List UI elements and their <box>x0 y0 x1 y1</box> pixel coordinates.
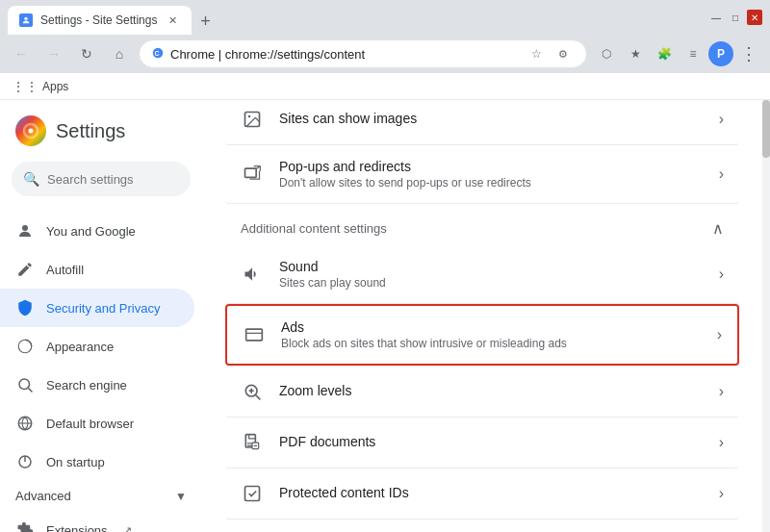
item-text: Ads Block ads on sites that show intrusi… <box>281 319 702 350</box>
ads-item[interactable]: Ads Block ads on sites that show intrusi… <box>225 304 739 366</box>
cast-button[interactable]: ⬡ <box>593 40 620 67</box>
protected-content-item[interactable]: Protected content IDs › <box>225 469 739 519</box>
url-actions: ☆ ⚙ <box>525 42 575 65</box>
settings-title: Settings <box>56 120 125 142</box>
svg-rect-32 <box>245 487 260 501</box>
forward-button[interactable]: → <box>40 40 67 67</box>
maximize-button[interactable]: □ <box>728 10 743 25</box>
item-text: PDF documents <box>279 434 704 451</box>
extensions-button[interactable]: 🧩 <box>651 40 678 67</box>
new-tab-button[interactable]: + <box>192 8 218 35</box>
sidebar-item-label: You and Google <box>46 224 136 239</box>
svg-text:C: C <box>155 49 160 56</box>
item-title: Pop-ups and redirects <box>279 159 704 174</box>
external-link-icon: ↗ <box>123 524 132 533</box>
sidebar-item-default-browser[interactable]: Default browser <box>0 404 194 443</box>
minimize-button[interactable]: — <box>708 10 724 25</box>
content-inner: Sites can show images › Pop-ups and redi… <box>202 100 762 532</box>
pdf-documents-item[interactable]: PDF documents › <box>225 418 739 469</box>
sites-show-images-item[interactable]: Sites can show images › <box>225 100 739 145</box>
popups-icon <box>241 163 264 186</box>
apps-label[interactable]: Apps <box>42 80 68 93</box>
settings-header: Settings <box>0 115 202 162</box>
arrow-icon: › <box>719 111 724 128</box>
url-bar[interactable]: C Chrome | chrome://settings/content ☆ ⚙ <box>139 39 587 68</box>
sound-item[interactable]: Sound Sites can play sound › <box>225 245 739 304</box>
svg-point-3 <box>29 129 34 134</box>
item-subtitle: Block ads on sites that show intrusive o… <box>281 337 702 350</box>
section-header-label: Additional content settings <box>241 221 387 236</box>
sidebar-item-on-startup[interactable]: On startup <box>0 443 194 481</box>
bookmark-icon[interactable]: ☆ <box>525 42 548 65</box>
insecure-content-item[interactable]: Insecure content Insecure content is blo… <box>225 519 739 532</box>
home-button[interactable]: ⌂ <box>106 40 133 67</box>
sidebar-item-label: Extensions <box>46 523 108 533</box>
item-title: Zoom levels <box>279 383 704 398</box>
back-button[interactable]: ← <box>8 40 35 67</box>
item-title: PDF documents <box>279 434 704 449</box>
sidebar-item-appearance[interactable]: Appearance <box>0 327 194 366</box>
svg-point-0 <box>24 17 27 20</box>
browser-frame: Settings - Site Settings ✕ + — □ ✕ ← → ↻… <box>0 0 770 532</box>
item-title: Protected content IDs <box>279 485 704 500</box>
scrollbar-thumb[interactable] <box>762 100 770 158</box>
sidebar-item-you-google[interactable]: You and Google <box>0 212 194 250</box>
tab-favicon <box>19 13 33 27</box>
bookmarks-bar: ⋮⋮ Apps <box>0 73 770 100</box>
extensions-icon <box>15 520 35 532</box>
ads-icon <box>243 323 266 346</box>
sidebar-item-autofill[interactable]: Autofill <box>0 250 194 289</box>
search-box[interactable]: 🔍 <box>12 162 191 196</box>
svg-point-4 <box>22 225 28 231</box>
title-bar: Settings - Site Settings ✕ + — □ ✕ <box>0 0 770 35</box>
sidebar-item-extensions[interactable]: Extensions ↗ <box>0 511 194 532</box>
close-button[interactable]: ✕ <box>747 10 762 25</box>
svg-line-24 <box>256 395 261 400</box>
security-icon: C <box>151 46 165 63</box>
active-tab[interactable]: Settings - Site Settings ✕ <box>8 6 192 35</box>
window-controls: — □ ✕ <box>708 10 762 25</box>
item-subtitle: Don't allow sites to send pop-ups or use… <box>279 176 704 190</box>
address-bar: ← → ↻ ⌂ C Chrome | chrome://settings/con… <box>0 35 770 73</box>
sidebar: Settings 🔍 You and Google Autofill <box>0 100 202 532</box>
settings-logo <box>15 115 46 146</box>
search-input[interactable] <box>47 172 202 187</box>
arrow-icon: › <box>719 485 724 502</box>
toolbar-right: ⬡ ★ 🧩 ≡ P ⋮ <box>593 40 762 67</box>
profile-button[interactable]: ★ <box>622 40 649 67</box>
main-content: Settings 🔍 You and Google Autofill <box>0 100 770 532</box>
search-icon: 🔍 <box>23 171 39 187</box>
autofill-icon <box>15 260 35 279</box>
you-google-icon <box>15 221 35 241</box>
sidebar-item-security-privacy[interactable]: Security and Privacy <box>0 289 194 327</box>
item-text: Sound Sites can play sound <box>279 259 704 290</box>
item-subtitle: Sites can play sound <box>279 276 704 290</box>
collapse-button[interactable]: ∧ <box>712 219 724 238</box>
svg-point-16 <box>248 115 251 118</box>
scrollbar[interactable] <box>762 100 770 532</box>
advanced-section[interactable]: Advanced ▼ <box>0 481 202 511</box>
tab-bar: Settings - Site Settings ✕ + <box>8 0 350 35</box>
item-text: Pop-ups and redirects Don't allow sites … <box>279 159 704 190</box>
sidebar-item-search-engine[interactable]: Search engine <box>0 366 194 404</box>
popups-redirects-item[interactable]: Pop-ups and redirects Don't allow sites … <box>225 145 739 204</box>
zoom-levels-item[interactable]: Zoom levels › <box>225 366 739 418</box>
sidebar-item-label: Appearance <box>46 340 114 354</box>
sound-icon <box>241 263 264 286</box>
appearance-icon <box>15 337 35 356</box>
on-startup-icon <box>15 452 35 471</box>
extension-icon[interactable]: ⚙ <box>552 42 575 65</box>
avatar[interactable]: P <box>708 41 733 66</box>
svg-point-6 <box>19 379 30 390</box>
menu-button[interactable]: ⋮ <box>735 40 762 67</box>
sidebar-item-label: Security and Privacy <box>46 301 161 316</box>
default-browser-icon <box>15 414 35 433</box>
additional-settings-header[interactable]: Additional content settings ∧ <box>225 204 739 245</box>
item-text: Zoom levels <box>279 383 704 400</box>
url-text: Chrome | chrome://settings/content <box>170 47 519 62</box>
history-button[interactable]: ≡ <box>680 40 706 67</box>
sidebar-item-label: Default browser <box>46 417 134 431</box>
tab-close-btn[interactable]: ✕ <box>165 13 180 28</box>
reload-button[interactable]: ↻ <box>73 40 100 67</box>
sidebar-item-label: On startup <box>46 455 105 469</box>
